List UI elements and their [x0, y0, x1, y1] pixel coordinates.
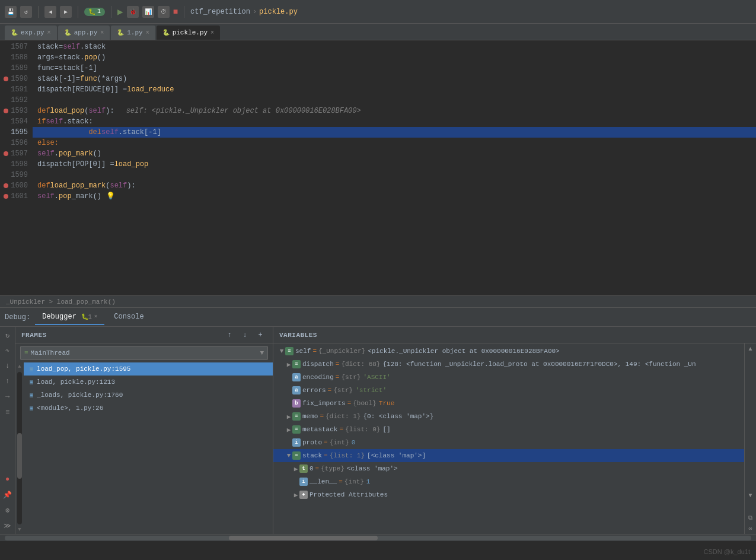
debug-run-icon[interactable]: 🐞: [127, 6, 139, 18]
coverage-icon[interactable]: 📊: [142, 6, 154, 18]
run-cursor-icon[interactable]: →: [2, 391, 14, 403]
settings-debug-icon[interactable]: ⚙: [2, 504, 14, 516]
run-button[interactable]: ▶: [117, 6, 123, 18]
expand-stack[interactable]: ▼: [285, 452, 292, 459]
icon-errors: a: [292, 386, 301, 394]
tab-debugger-close[interactable]: ×: [94, 314, 97, 320]
back-btn[interactable]: ◀: [44, 6, 56, 18]
code-line-1601: self.pop_mark() 💡: [33, 191, 756, 202]
var-scroll-down[interactable]: ▼: [745, 490, 756, 501]
stop-debug-icon[interactable]: ●: [2, 473, 14, 485]
var-item-dispatch[interactable]: ▶ ≡ dispatch = {dict: 68} {128: <functio…: [273, 358, 744, 371]
tab-1-py[interactable]: 🐍 1.py ×: [111, 26, 155, 40]
debug-label: Debug:: [5, 313, 30, 322]
variables-title: Variables: [279, 332, 317, 339]
var-item-protected-attrs[interactable]: ▶ ♦ Protected Attributes: [273, 488, 744, 501]
code-line-1594: if self.stack:: [33, 116, 756, 127]
step-over-icon[interactable]: ↷: [2, 345, 14, 357]
line-num-1600: 1600: [0, 180, 28, 191]
var-list: ▼ ≡ self = {_Unpickler} <pickle._Unpickl…: [273, 343, 744, 534]
line-num-1590: 1590: [0, 74, 28, 84]
var-item-errors[interactable]: ▶ a errors = {str} 'strict': [273, 384, 744, 397]
frames-panel: Frames ↑ ↓ + ≡ MainThread ▼ ▲ ▼: [15, 327, 273, 534]
scroll-down-btn[interactable]: ▼: [15, 526, 24, 534]
frames-title: Frames: [21, 332, 47, 339]
step-into-icon[interactable]: ↓: [2, 360, 14, 372]
eval-icon[interactable]: ≡: [2, 406, 14, 418]
var-item-fix-imports[interactable]: ▶ b fix_imports = {bool} True: [273, 397, 744, 410]
var-item-proto[interactable]: ▶ i proto = {int} 0: [273, 436, 744, 449]
frame-add-btn[interactable]: +: [254, 329, 267, 342]
code-line-1593: def load_pop(self): self: <pickle._Unpic…: [33, 106, 756, 116]
tab-close-1-py[interactable]: ×: [146, 30, 149, 36]
var-scroll-bar: ▲ ▼ ⧉ ∞: [744, 343, 756, 534]
tab-pickle-py[interactable]: 🐍 pickle.py ×: [157, 26, 220, 40]
var-item-memo[interactable]: ▶ ≡ memo = {dict: 1} {0: <class 'map'>}: [273, 410, 744, 423]
stop-button[interactable]: ■: [173, 7, 178, 17]
frame-item-2[interactable]: ▣ _loads, pickle.py:1760: [24, 389, 273, 402]
line-num-1588: 1588: [0, 52, 28, 63]
variables-panel: Variables ▼ ≡ self = {_Unpickler} <pickl…: [273, 327, 756, 534]
more-icon[interactable]: ≫: [2, 520, 14, 532]
breadcrumb-text: _Unpickler > load_pop_mark(): [6, 298, 116, 306]
frame-up-btn[interactable]: ↑: [223, 329, 236, 342]
copy-btn[interactable]: ⧉: [745, 513, 756, 523]
frame-label-3: <module>, 1.py:26: [37, 405, 103, 412]
tab-close-app-py[interactable]: ×: [100, 30, 104, 36]
var-item-self[interactable]: ▼ ≡ self = {_Unpickler} <pickle._Unpickl…: [273, 345, 744, 358]
file-tabs-bar: 🐍 exp.py × 🐍 app.py × 🐍 1.py × 🐍 pickle.…: [0, 24, 756, 40]
tab-app-py[interactable]: 🐍 app.py ×: [58, 26, 110, 40]
var-item-stack-0[interactable]: ▶ t 0 = {type} <class 'map'>: [273, 462, 744, 475]
var-item-len[interactable]: ▶ i __len__ = {int} 1: [273, 475, 744, 488]
code-line-1597: self.pop_mark(): [33, 148, 756, 159]
var-item-stack[interactable]: ▼ ≡ stack = {list: 1} [<class 'map'>]: [273, 449, 744, 462]
profile-icon[interactable]: ⏱: [158, 6, 170, 18]
frame-label-2: _loads, pickle.py:1760: [37, 392, 123, 399]
pin-icon[interactable]: 📌: [2, 489, 14, 501]
var-item-metastack[interactable]: ▶ ≡ metastack = {list: 0} []: [273, 423, 744, 436]
expand-self[interactable]: ▼: [278, 348, 285, 355]
thread-name: MainThread: [31, 349, 70, 357]
frame-item-0[interactable]: ▣ load_pop, pickle.py:1595: [24, 362, 273, 376]
frame-item-3[interactable]: ▣ <module>, 1.py:26: [24, 402, 273, 415]
code-line-1591: dispatch[REDUCE[0]] = load_reduce: [33, 84, 756, 95]
expand-stack-0[interactable]: ▶: [292, 465, 299, 473]
expand-metastack[interactable]: ▶: [285, 426, 292, 434]
bottom-scrollbar[interactable]: [0, 534, 756, 541]
code-line-1590: stack[-1] = func(*args): [33, 74, 756, 84]
icon-stack: ≡: [292, 451, 301, 460]
tab-exp-py[interactable]: 🐍 exp.py ×: [5, 26, 57, 40]
thread-selector[interactable]: ≡ MainThread ▼: [20, 346, 268, 360]
sep1: [38, 6, 39, 18]
var-item-encoding[interactable]: ▶ a encoding = {str} 'ASCII': [273, 371, 744, 384]
line-num-1594: 1594: [0, 116, 28, 127]
tab-debugger[interactable]: Debugger 🐛1 ×: [35, 310, 104, 325]
expand-dispatch[interactable]: ▶: [285, 361, 292, 368]
breadcrumb: ctf_repetition › pickle.py: [190, 8, 298, 16]
save-icon[interactable]: 💾: [5, 6, 17, 18]
tab-close-exp-py[interactable]: ×: [47, 30, 51, 36]
tab-console[interactable]: Console: [107, 310, 151, 325]
expand-protected-attrs[interactable]: ▶: [292, 491, 299, 499]
tab-close-pickle-py[interactable]: ×: [210, 30, 214, 36]
debug-badge[interactable]: 🐛 1: [84, 8, 105, 16]
frame-item-1[interactable]: ▣ load, pickle.py:1213: [24, 376, 273, 389]
icon-proto: i: [292, 438, 301, 447]
info-btn[interactable]: ∞: [745, 523, 756, 534]
reload-icon[interactable]: ↺: [20, 6, 32, 18]
scroll-up-btn[interactable]: ▲: [15, 362, 24, 371]
expand-memo[interactable]: ▶: [285, 413, 292, 421]
forward-btn[interactable]: ▶: [60, 6, 72, 18]
line-num-1598: 1598: [0, 159, 28, 170]
sep2: [78, 6, 78, 18]
refresh-debug-icon[interactable]: ↻: [2, 329, 14, 341]
var-scroll-up[interactable]: ▲: [745, 343, 756, 354]
frame-list: ▣ load_pop, pickle.py:1595 ▣ load, pickl…: [24, 362, 273, 534]
frame-label-1: load, pickle.py:1213: [37, 378, 115, 386]
code-line-1600: def load_pop_mark(self):: [33, 180, 756, 191]
main-toolbar: 💾 ↺ ◀ ▶ 🐛 1 ▶ 🐞 📊 ⏱ ■ ctf_repetition › p…: [0, 0, 756, 24]
frame-down-btn[interactable]: ↓: [238, 329, 251, 342]
code-editor[interactable]: stack = self.stack args = stack.pop() fu…: [33, 40, 756, 295]
step-out-icon[interactable]: ↑: [2, 376, 14, 387]
icon-encoding: a: [292, 373, 301, 381]
